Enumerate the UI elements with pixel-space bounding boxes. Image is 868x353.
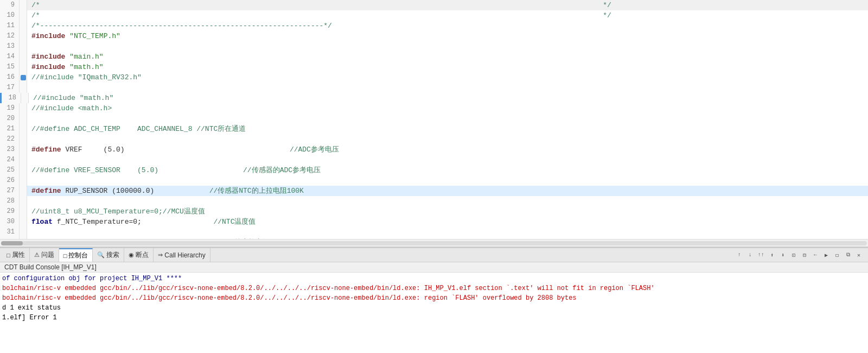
line-code bbox=[27, 134, 868, 144]
line-gutter bbox=[20, 31, 27, 41]
console-line: bolchain/risc-v embedded gcc/bin/../lib/… bbox=[2, 293, 866, 303]
code-line: 13 bbox=[0, 41, 868, 52]
tab-properties[interactable]: □属性 bbox=[2, 248, 30, 262]
line-code bbox=[27, 41, 868, 52]
line-code bbox=[27, 196, 868, 206]
line-gutter bbox=[21, 93, 29, 103]
callhierarchy-icon: ⇒ bbox=[158, 251, 163, 259]
line-number: 24 bbox=[0, 155, 20, 165]
code-line: 29//uint8_t u8_MCU_Temperature=0;//MCU温度… bbox=[0, 206, 868, 217]
toolbar-btn-2[interactable]: ↑↑ bbox=[756, 250, 766, 260]
bottom-panel: □属性⚠问题□控制台🔍搜索◉断点⇒Call Hierarchy ↑↓↑↑⬆⬇⊡⊟… bbox=[0, 247, 868, 353]
code-token: //ADC参考电压 bbox=[290, 146, 339, 154]
line-number: 9 bbox=[0, 0, 20, 10]
line-number: 25 bbox=[0, 165, 20, 175]
scroll-track[interactable] bbox=[1, 241, 867, 245]
line-gutter bbox=[20, 155, 27, 165]
toolbar-btn-10[interactable]: ⧉ bbox=[843, 250, 853, 260]
line-code: /* */ bbox=[27, 0, 868, 10]
code-line: 21//#define ADC_CH_TEMP ADC_CHANNEL_8 //… bbox=[0, 124, 868, 134]
code-lines: 9/* */10/* bbox=[0, 0, 868, 239]
line-number: 20 bbox=[0, 114, 20, 124]
code-line: 23#define VREF (5.0) //ADC参考电压 bbox=[0, 144, 868, 155]
line-gutter bbox=[20, 52, 27, 62]
code-line: 16//#include "IQmath_RV32.h" bbox=[0, 72, 868, 83]
toolbar-btn-8[interactable]: ▶ bbox=[821, 250, 831, 260]
code-editor: 9/* */10/* bbox=[0, 0, 868, 247]
toolbar-btn-0[interactable]: ↑ bbox=[735, 250, 744, 260]
line-number: 21 bbox=[0, 124, 20, 134]
code-token: float bbox=[31, 218, 53, 226]
line-code: //uint8_t u8_MCU_Temperature=0;//MCU温度值 bbox=[27, 206, 868, 217]
line-code: #define VREF (5.0) //ADC参考电压 bbox=[27, 144, 868, 155]
properties-icon: □ bbox=[7, 252, 10, 259]
line-code: //#include "IQmath_RV32.h" bbox=[27, 72, 868, 83]
code-token: //#define VREF_SENSOR (5.0) //传感器的ADC参考电… bbox=[31, 166, 321, 174]
line-gutter bbox=[20, 144, 27, 155]
code-line: 31 bbox=[0, 227, 868, 237]
code-line: 30float f_NTC_Temperature=0; //NTC温度值 bbox=[0, 217, 868, 227]
tab-bar-right: ↑↓↑↑⬆⬇⊡⊟←▶◻⧉✕ bbox=[735, 250, 866, 260]
line-code bbox=[27, 83, 868, 93]
line-gutter bbox=[20, 186, 27, 196]
code-line: 22 bbox=[0, 134, 868, 144]
code-line: 17 bbox=[0, 83, 868, 93]
tab-breakpoints[interactable]: ◉断点 bbox=[124, 248, 154, 262]
toolbar-btn-4[interactable]: ⬇ bbox=[778, 250, 788, 260]
line-code: float f_NTC_Temperature=0; //NTC温度值 bbox=[27, 217, 868, 227]
console-icon: □ bbox=[63, 253, 67, 259]
search-icon: 🔍 bbox=[97, 251, 105, 259]
breakpoints-icon: ◉ bbox=[129, 251, 134, 259]
code-token: //#include <math.h> bbox=[31, 104, 112, 112]
line-gutter bbox=[20, 83, 27, 93]
line-gutter bbox=[20, 227, 27, 237]
breakpoints-label: 断点 bbox=[136, 250, 149, 260]
line-number: 12 bbox=[0, 31, 20, 41]
line-code: //#include "math.h" bbox=[29, 93, 868, 103]
line-gutter bbox=[20, 41, 27, 52]
toolbar-btn-5[interactable]: ⊡ bbox=[789, 250, 799, 260]
line-number: 11 bbox=[0, 21, 20, 31]
line-code: //#define VREF_SENSOR (5.0) //传感器的ADC参考电… bbox=[27, 165, 868, 175]
line-code: //#define ADC_CH_TEMP ADC_CHANNEL_8 //NT… bbox=[27, 124, 868, 134]
code-token: #include bbox=[31, 32, 65, 40]
line-gutter bbox=[20, 165, 27, 175]
line-code: /*--------------------------------------… bbox=[27, 21, 868, 31]
toolbar-btn-9[interactable]: ◻ bbox=[832, 250, 842, 260]
console-line: d 1 exit status bbox=[2, 303, 866, 313]
console-line: of configuration obj for project IH_MP_V… bbox=[2, 274, 866, 283]
code-line: 18//#include "math.h" bbox=[0, 93, 868, 103]
toolbar-btn-11[interactable]: ✕ bbox=[854, 250, 864, 260]
tab-problems[interactable]: ⚠问题 bbox=[30, 248, 59, 262]
tab-callhierarchy[interactable]: ⇒Call Hierarchy bbox=[154, 248, 210, 262]
code-line: 11/*------------------------------------… bbox=[0, 21, 868, 31]
tab-search[interactable]: 🔍搜索 bbox=[93, 248, 124, 262]
code-token: //uint8_t u8_MCU_Temperature=0;//MCU温度值 bbox=[31, 207, 205, 216]
callhierarchy-label: Call Hierarchy bbox=[164, 251, 205, 259]
line-code bbox=[27, 114, 868, 124]
problems-label: 问题 bbox=[41, 250, 54, 260]
scroll-thumb[interactable] bbox=[1, 241, 23, 245]
toolbar-btn-7[interactable]: ← bbox=[810, 250, 820, 260]
line-number: 16 bbox=[0, 72, 20, 83]
toolbar-btn-1[interactable]: ↓ bbox=[745, 250, 755, 260]
horizontal-scrollbar[interactable] bbox=[0, 239, 868, 247]
tab-console[interactable]: □控制台 bbox=[59, 248, 93, 262]
toolbar-btn-3[interactable]: ⬆ bbox=[767, 250, 777, 260]
breakpoint-indicator bbox=[21, 75, 26, 80]
code-token: //#define ADC_CH_TEMP ADC_CHANNEL_8 //NT… bbox=[31, 125, 246, 133]
line-code: #include "NTC_TEMP.h" bbox=[27, 31, 868, 41]
line-code bbox=[27, 227, 868, 237]
code-line: 15#include "math.h" bbox=[0, 62, 868, 72]
code-token: VREF (5.0) bbox=[61, 146, 290, 154]
code-token: "math.h" bbox=[69, 63, 103, 71]
code-token: #include bbox=[31, 53, 65, 61]
line-gutter bbox=[20, 206, 27, 217]
line-gutter bbox=[20, 196, 27, 206]
line-gutter bbox=[20, 124, 27, 134]
toolbar-btn-6[interactable]: ⊟ bbox=[800, 250, 809, 260]
line-number: 27 bbox=[0, 186, 20, 196]
line-number: 19 bbox=[0, 103, 20, 114]
code-line: 12#include "NTC_TEMP.h" bbox=[0, 31, 868, 41]
line-number: 29 bbox=[0, 206, 20, 217]
